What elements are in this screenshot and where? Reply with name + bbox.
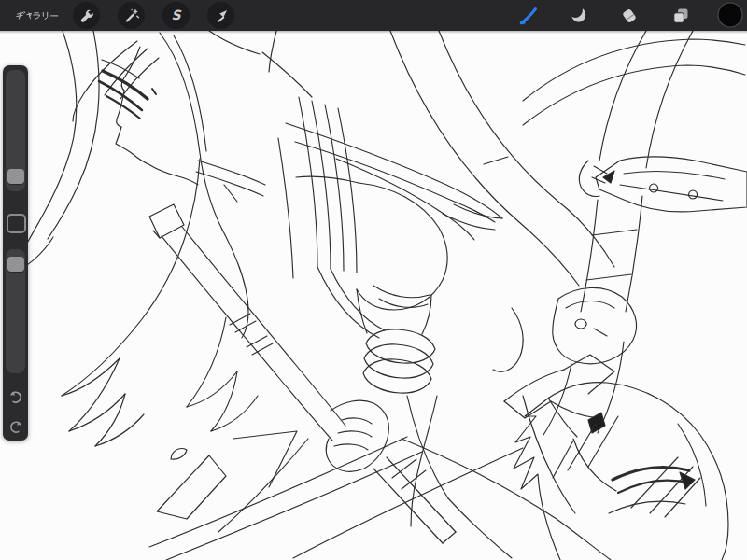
smudge-icon: [568, 5, 590, 27]
undo-arrow-icon: [7, 387, 25, 406]
opacity-handle[interactable]: [7, 257, 24, 272]
transform-arrow-icon: [213, 7, 230, 24]
layers-button[interactable]: [669, 4, 692, 27]
actions-button[interactable]: [73, 2, 100, 29]
brush-size-handle[interactable]: [7, 169, 24, 184]
layers-icon: [669, 5, 692, 27]
wrench-icon: [78, 7, 95, 24]
canvas-surface[interactable]: [0, 31, 747, 560]
gallery-button[interactable]: [16, 0, 60, 31]
erase-button[interactable]: [617, 4, 641, 27]
magic-wand-icon: [123, 7, 140, 24]
redo-arrow-icon: [7, 417, 25, 436]
brush-icon: [517, 5, 540, 27]
undo-button[interactable]: [6, 386, 25, 406]
transform-button[interactable]: [207, 2, 234, 29]
opacity-slider[interactable]: [6, 249, 25, 373]
gallery-label-glyphs: [16, 9, 60, 21]
sidebar: [3, 65, 28, 441]
color-button[interactable]: [717, 2, 743, 28]
selection-s-icon: S: [171, 8, 180, 21]
eraser-icon: [618, 5, 641, 27]
brush-size-slider[interactable]: [6, 70, 25, 191]
top-toolbar: S: [0, 0, 747, 31]
selection-button[interactable]: S: [162, 2, 190, 29]
redo-button[interactable]: [6, 416, 25, 436]
adjustments-button[interactable]: [118, 2, 145, 29]
paint-button[interactable]: [516, 4, 540, 27]
color-swatch: [717, 2, 743, 28]
canvas-artwork: [0, 31, 747, 560]
smudge-button[interactable]: [567, 4, 590, 27]
modify-button[interactable]: [7, 214, 26, 233]
procreate-window: S: [0, 0, 747, 560]
